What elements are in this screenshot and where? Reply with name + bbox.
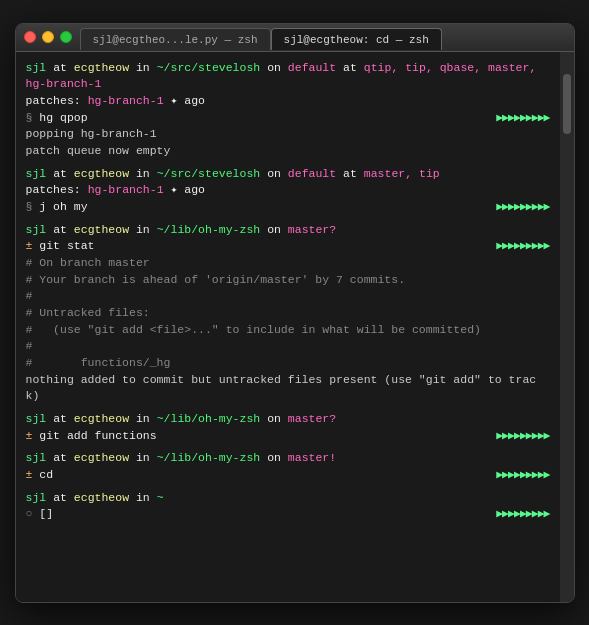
titlebar: sjl@ecgtheo...le.py — zsh sjl@ecgtheow: … <box>16 24 574 52</box>
scrollbar[interactable] <box>560 52 574 602</box>
output-3e: # (use "git add <file>..." to include in… <box>26 322 550 339</box>
cmd-2: § j oh my▶▶▶▶▶▶▶▶▶ <box>26 199 550 216</box>
scroll-thumb[interactable] <box>563 74 571 134</box>
prompt-6: sjl at ecgtheow in ~ <box>26 490 550 507</box>
prompt-4: sjl at ecgtheow in ~/lib/oh-my-zsh on ma… <box>26 411 550 428</box>
traffic-lights <box>24 31 72 43</box>
content-area: sjl at ecgtheow in ~/src/stevelosh on de… <box>16 52 574 602</box>
cmd-4: ± git add functions▶▶▶▶▶▶▶▶▶ <box>26 428 550 445</box>
maximize-button[interactable] <box>60 31 72 43</box>
prompt-5: sjl at ecgtheow in ~/lib/oh-my-zsh on ma… <box>26 450 550 467</box>
output-3a: # On branch master <box>26 255 550 272</box>
output-3f: # <box>26 338 550 355</box>
prompt-1: sjl at ecgtheow in ~/src/stevelosh on de… <box>26 60 550 93</box>
terminal-output[interactable]: sjl at ecgtheow in ~/src/stevelosh on de… <box>16 52 560 602</box>
output-1a: popping hg-branch-1 <box>26 126 550 143</box>
terminal-window: sjl@ecgtheo...le.py — zsh sjl@ecgtheow: … <box>15 23 575 603</box>
cmd-5: ± cd▶▶▶▶▶▶▶▶▶ <box>26 467 550 484</box>
minimize-button[interactable] <box>42 31 54 43</box>
output-3b: # Your branch is ahead of 'origin/master… <box>26 272 550 289</box>
tab-1[interactable]: sjl@ecgtheo...le.py — zsh <box>80 28 271 50</box>
cmd-6: ○ []▶▶▶▶▶▶▶▶▶ <box>26 506 550 523</box>
output-3g: # functions/_hg <box>26 355 550 372</box>
output-3h: nothing added to commit but untracked fi… <box>26 372 550 405</box>
tab-2[interactable]: sjl@ecgtheow: cd — zsh <box>271 28 442 50</box>
tab-bar: sjl@ecgtheo...le.py — zsh sjl@ecgtheow: … <box>80 24 566 50</box>
prompt-2: sjl at ecgtheow in ~/src/stevelosh on de… <box>26 166 550 183</box>
output-3d: # Untracked files: <box>26 305 550 322</box>
cmd-1: § hg qpop▶▶▶▶▶▶▶▶▶ <box>26 110 550 127</box>
output-1b: patch queue now empty <box>26 143 550 160</box>
subprompt-1: patches: hg-branch-1 ✦ ago <box>26 93 550 110</box>
cmd-3: ± git stat▶▶▶▶▶▶▶▶▶ <box>26 238 550 255</box>
output-3c: # <box>26 288 550 305</box>
prompt-3: sjl at ecgtheow in ~/lib/oh-my-zsh on ma… <box>26 222 550 239</box>
subprompt-2: patches: hg-branch-1 ✦ ago <box>26 182 550 199</box>
close-button[interactable] <box>24 31 36 43</box>
